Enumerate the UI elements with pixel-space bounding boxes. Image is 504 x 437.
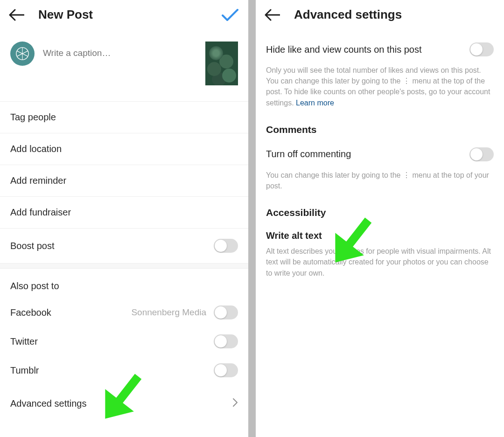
caption-row	[0, 30, 248, 102]
write-alt-text-row[interactable]: Write alt text	[266, 223, 494, 246]
advanced-settings-label: Advanced settings	[10, 398, 86, 409]
facebook-account-label: Sonnenberg Media	[131, 307, 206, 318]
tumblr-toggle[interactable]	[214, 363, 238, 377]
share-twitter-label: Twitter	[10, 336, 38, 347]
turn-off-commenting-label: Turn off commenting	[266, 149, 351, 160]
post-thumbnail[interactable]	[205, 42, 238, 85]
accessibility-heading: Accessibility	[266, 201, 494, 223]
submit-check-icon[interactable]	[221, 8, 239, 22]
hide-counts-row[interactable]: Hide like and view counts on this post	[266, 35, 494, 65]
add-reminder-label: Add reminder	[10, 175, 66, 186]
back-arrow-icon[interactable]	[8, 8, 24, 21]
add-location-row[interactable]: Add location	[0, 133, 248, 165]
boost-post-label: Boost post	[10, 241, 55, 251]
page-title: New Post	[38, 7, 93, 22]
boost-post-toggle[interactable]	[214, 239, 238, 253]
caption-input[interactable]	[43, 42, 197, 58]
comments-heading: Comments	[266, 118, 494, 140]
advanced-settings-panel: Advanced settings Hide like and view cou…	[256, 0, 504, 437]
facebook-toggle[interactable]	[214, 305, 238, 319]
new-post-header: New Post	[0, 0, 248, 30]
advanced-settings-header: Advanced settings	[256, 0, 504, 30]
learn-more-link[interactable]: Learn more	[296, 99, 334, 107]
share-twitter-row[interactable]: Twitter	[0, 327, 248, 356]
write-alt-text-label: Write alt text	[266, 230, 322, 241]
hide-counts-section: Hide like and view counts on this post O…	[256, 30, 504, 289]
add-fundraiser-row[interactable]: Add fundraiser	[0, 197, 248, 229]
turn-off-commenting-description: You can change this later by going to th…	[266, 170, 494, 201]
back-arrow-icon[interactable]	[264, 8, 280, 21]
hide-counts-toggle[interactable]	[469, 42, 494, 56]
hide-counts-description: Only you will see the total number of li…	[266, 65, 494, 118]
tag-people-row[interactable]: Tag people	[0, 102, 248, 133]
section-divider	[0, 263, 248, 269]
tag-people-label: Tag people	[10, 112, 56, 123]
new-post-panel: New Post Tag people Add location Add rem…	[0, 0, 248, 437]
share-facebook-label: Facebook	[10, 307, 51, 318]
share-facebook-row[interactable]: Facebook Sonnenberg Media	[0, 298, 248, 327]
page-title: Advanced settings	[294, 7, 402, 22]
twitter-toggle[interactable]	[214, 334, 238, 348]
add-location-label: Add location	[10, 144, 62, 154]
avatar[interactable]	[10, 42, 35, 66]
add-reminder-row[interactable]: Add reminder	[0, 165, 248, 197]
advanced-settings-row[interactable]: Advanced settings	[0, 388, 248, 419]
add-fundraiser-label: Add fundraiser	[10, 207, 71, 218]
chevron-right-icon	[232, 398, 238, 409]
also-post-to-heading: Also post to	[0, 269, 248, 298]
alt-text-description: Alt text describes your photos for peopl…	[266, 246, 494, 289]
turn-off-commenting-toggle[interactable]	[469, 147, 494, 161]
share-tumblr-row[interactable]: Tumblr	[0, 356, 248, 385]
share-tumblr-label: Tumblr	[10, 365, 39, 376]
turn-off-commenting-row[interactable]: Turn off commenting	[266, 140, 494, 170]
boost-post-row[interactable]: Boost post	[0, 229, 248, 263]
hide-counts-label: Hide like and view counts on this post	[266, 44, 422, 55]
